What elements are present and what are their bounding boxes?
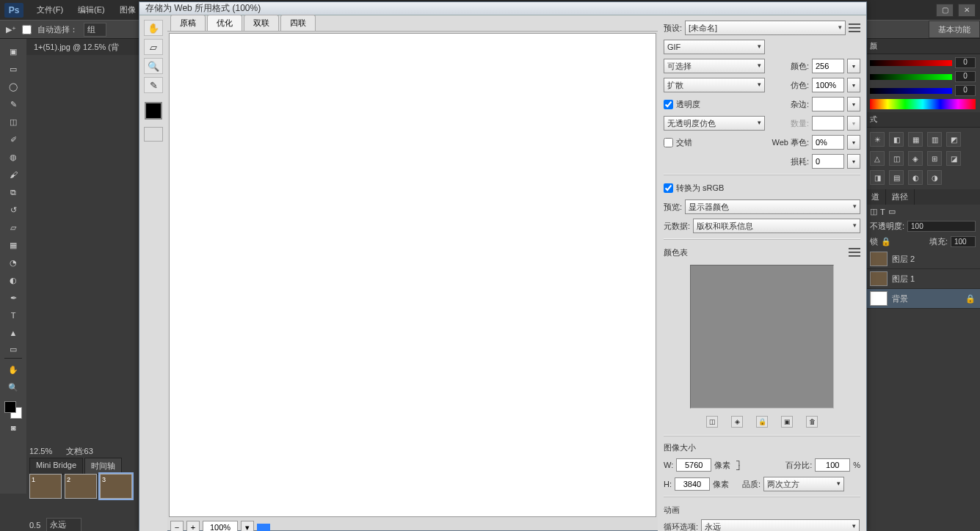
dodge-tool-icon[interactable]: ◐	[4, 272, 22, 288]
color-swatch[interactable]	[4, 401, 22, 419]
adj-icon[interactable]: ◈	[908, 151, 923, 166]
zoom-tool-icon[interactable]: 🔍	[4, 379, 22, 395]
eyedropper-tool-icon[interactable]: ✐	[4, 131, 22, 147]
adj-icon[interactable]: ◨	[870, 170, 885, 185]
dither-input[interactable]	[812, 78, 844, 92]
lock-icon[interactable]: 🔒	[881, 237, 891, 246]
tab-4up[interactable]: 四联	[280, 15, 316, 31]
auto-select-checkbox[interactable]	[22, 25, 32, 34]
stamp-tool-icon[interactable]: ⧉	[4, 184, 22, 200]
adj-icon[interactable]: ◑	[927, 170, 942, 185]
history-brush-tool-icon[interactable]: ↺	[4, 202, 22, 218]
interlace-checkbox[interactable]	[664, 138, 673, 147]
srgb-checkbox[interactable]	[664, 183, 673, 193]
h-input[interactable]	[675, 477, 710, 491]
frame-thumb[interactable]: 2	[65, 474, 97, 499]
format-select[interactable]: GIF	[664, 40, 765, 54]
dither-select[interactable]: 扩散	[664, 78, 765, 92]
path-select-tool-icon[interactable]: ▲	[4, 325, 22, 341]
slice-select-icon[interactable]: ▱	[144, 39, 163, 55]
hand-tool-icon[interactable]: ✋	[144, 20, 163, 36]
spectrum-bar[interactable]	[870, 99, 976, 109]
loop-select[interactable]: 永远	[701, 519, 860, 531]
type-tool-icon[interactable]: T	[4, 307, 22, 323]
ct-shift-icon[interactable]: ◈	[731, 416, 743, 428]
adj-icon[interactable]: ▦	[908, 132, 923, 147]
adj-icon[interactable]: ◐	[908, 170, 923, 185]
eyedropper-color-swatch[interactable]	[145, 102, 162, 120]
preview-canvas[interactable]	[169, 33, 656, 517]
eyedropper-tool-icon[interactable]: ✎	[144, 77, 163, 93]
color-table[interactable]	[690, 265, 834, 409]
colors-stepper[interactable]: ▾	[847, 59, 860, 73]
eraser-tool-icon[interactable]: ▱	[4, 219, 22, 235]
kind-filter-icon[interactable]: T	[880, 208, 885, 216]
auto-select-target[interactable]: 组	[84, 23, 106, 37]
reduction-select[interactable]: 可选择	[664, 59, 765, 73]
maximize-icon[interactable]: ▢	[936, 4, 954, 17]
timeline-tab[interactable]: 时间轴	[84, 458, 122, 475]
transparency-checkbox[interactable]	[664, 100, 673, 109]
r-value[interactable]: 0	[955, 57, 976, 68]
quickselect-tool-icon[interactable]: ✎	[4, 96, 22, 112]
hand-tool-icon[interactable]: ✋	[4, 362, 22, 378]
lossy-stepper[interactable]: ▾	[847, 154, 860, 169]
menu-edit[interactable]: 编辑(E)	[70, 1, 112, 18]
adj-icon[interactable]: ▥	[927, 132, 942, 147]
ct-pick-icon[interactable]: ◫	[706, 416, 718, 428]
pen-tool-icon[interactable]: ✒	[4, 290, 22, 306]
websnap-stepper[interactable]: ▾	[847, 135, 860, 150]
ct-new-icon[interactable]: ▣	[781, 416, 793, 428]
w-input[interactable]	[676, 458, 711, 472]
fill-value[interactable]: 100	[951, 236, 976, 247]
paths-tab[interactable]: 路径	[886, 189, 915, 205]
frame-thumb[interactable]: 3	[100, 474, 132, 499]
adj-icon[interactable]: ⊞	[927, 151, 942, 166]
marquee-tool-icon[interactable]: ▭	[4, 61, 22, 77]
menu-file[interactable]: 文件(F)	[29, 1, 70, 18]
color-table-menu-icon[interactable]	[849, 248, 860, 257]
ct-lock-icon[interactable]: 🔒	[756, 416, 768, 428]
matte-stepper[interactable]: ▾	[847, 97, 860, 111]
kind-filter-icon[interactable]: ◫	[870, 207, 877, 216]
link-icon[interactable]: ┐┘	[736, 456, 742, 474]
shape-tool-icon[interactable]: ▭	[4, 343, 22, 359]
move-tool-icon[interactable]: ▣	[4, 43, 22, 59]
preset-select[interactable]: [未命名]	[685, 21, 846, 35]
transdither-select[interactable]: 无透明度仿色	[664, 116, 765, 131]
lossy-input[interactable]	[812, 154, 844, 169]
adj-icon[interactable]: △	[870, 151, 885, 166]
g-value[interactable]: 0	[955, 71, 976, 82]
layer-row[interactable]: 背景 🔒	[865, 289, 980, 309]
tab-2up[interactable]: 双联	[244, 15, 279, 31]
adj-icon[interactable]: ◩	[946, 132, 961, 147]
preview-color-select[interactable]: 显示器颜色	[685, 199, 860, 214]
lasso-tool-icon[interactable]: ◯	[4, 78, 22, 95]
zoom-tool-icon[interactable]: 🔍	[144, 58, 163, 74]
websnap-input[interactable]	[812, 135, 844, 150]
adj-icon[interactable]: ☀	[870, 132, 885, 147]
document-tab[interactable]: 1+(51).jpg @ 12.5% (背	[26, 39, 144, 55]
loop-select[interactable]: 永远	[46, 518, 81, 531]
adj-icon[interactable]: ▤	[889, 170, 904, 185]
frame-thumb[interactable]: 1	[29, 474, 62, 499]
blur-tool-icon[interactable]: ◔	[4, 254, 22, 271]
workspace-switcher[interactable]: 基本功能	[929, 21, 980, 38]
ct-delete-icon[interactable]: 🗑	[806, 416, 818, 428]
adj-icon[interactable]: ◧	[889, 132, 904, 147]
zoom-out-button[interactable]: −	[170, 521, 184, 531]
styles-panel-tab[interactable]: 式	[865, 112, 980, 128]
adj-icon[interactable]: ◫	[889, 151, 904, 166]
percent-input[interactable]	[815, 458, 850, 472]
gradient-tool-icon[interactable]: ▦	[4, 237, 22, 253]
zoom-in-button[interactable]: +	[186, 521, 200, 531]
quality-select[interactable]: 两次立方	[763, 477, 844, 491]
crop-tool-icon[interactable]: ◫	[4, 114, 22, 130]
minibridge-tab[interactable]: Mini Bridge	[29, 458, 83, 475]
layer-row[interactable]: 图层 1	[865, 269, 980, 289]
b-value[interactable]: 0	[955, 85, 976, 96]
colors-input[interactable]	[812, 59, 844, 73]
dither-stepper[interactable]: ▾	[847, 78, 860, 92]
channels-tab[interactable]: 道	[865, 189, 886, 205]
tab-original[interactable]: 原稿	[170, 15, 206, 31]
